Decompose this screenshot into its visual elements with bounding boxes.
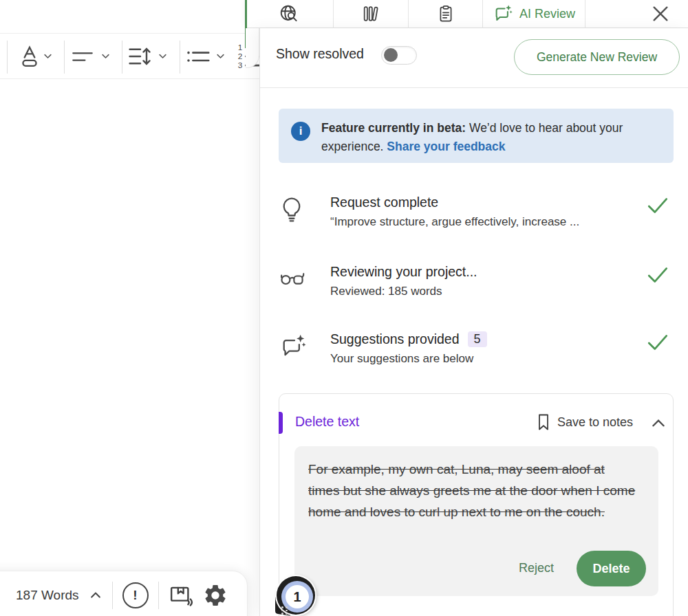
alert-circle-icon[interactable]: ! [122,582,149,608]
statusbar-divider [158,582,159,609]
step-suggestions: Suggestions provided5 Your suggestions a… [279,331,674,380]
lightbulb-icon [280,196,303,223]
checkmark-icon [646,196,669,215]
marker-number: 1 [286,585,309,608]
beta-banner-text: Feature currently in beta: We’d love to … [321,119,665,156]
step-marker-badge[interactable]: 1 [275,575,318,616]
save-to-notes-button[interactable]: Save to notes [537,413,633,431]
suggestion-card: Delete text Save to notes For example, m… [279,393,674,616]
save-to-notes-label: Save to notes [557,415,633,430]
checkmark-icon [646,265,669,285]
tab-divider [585,0,585,28]
ai-review-panel: Show resolved Generate New Review i Feat… [259,28,688,616]
accept-delete-button[interactable]: Delete [577,551,646,586]
suggestion-type-label: Delete text [295,414,359,430]
chevron-down-icon[interactable] [158,51,168,61]
text-style-icon[interactable] [17,43,43,69]
generate-new-review-button[interactable]: Generate New Review [514,39,680,75]
ai-review-chat-sparkle-icon [493,3,513,24]
suggestion-text: For example, my own cat, Luna, may seem … [308,459,637,522]
suggestion-text-box: For example, my own cat, Luna, may seem … [294,446,658,596]
svg-text:2: 2 [238,52,243,61]
app-window: 1 2 3 187 Words ! [0,0,688,616]
reject-button[interactable]: Reject [519,561,554,575]
chat-sparkle-icon [280,333,308,360]
svg-text:3: 3 [238,60,243,70]
tab-ai-review-label: AI Review [519,7,575,21]
line-spacing-icon[interactable] [128,45,153,68]
share-feedback-link[interactable]: Share your feedback [387,140,505,153]
show-resolved-label: Show resolved [276,46,364,62]
chevron-down-icon[interactable] [215,51,226,61]
toggle-knob [384,48,398,62]
word-count[interactable]: 187 Words [16,588,79,603]
toolbar-divider [64,41,65,74]
info-icon: i [291,122,310,141]
beta-banner: i Feature currently in beta: We’d love t… [279,109,674,163]
step-subtitle: “Improve structure, argue effectively, i… [330,215,579,229]
step-subtitle: Your suggestions are below [330,352,473,366]
marker-body: 1 [277,576,315,615]
header-divider [260,87,688,88]
notes-icon [436,3,455,24]
chevron-down-icon[interactable] [43,51,53,61]
bullet-list-icon[interactable] [186,47,211,67]
show-resolved-toggle[interactable] [381,46,417,65]
glasses-icon [280,270,306,287]
panel-tab-strip: AI Review [245,0,688,28]
beta-banner-bold: Feature currently in beta: [321,121,466,135]
toolbar-divider [122,41,122,74]
marker-drag-dots [281,606,288,615]
tab-library[interactable] [334,0,408,28]
step-request-complete: Request complete “Improve structure, arg… [279,195,674,243]
tab-web-search[interactable] [245,0,333,28]
statusbar-divider [112,582,113,609]
panel-corner [246,28,259,68]
step-title: Reviewing your project... [330,264,477,280]
step-title-text: Suggestions provided [330,331,460,347]
toolbar-divider [7,41,8,74]
tab-ai-review[interactable]: AI Review [483,0,585,28]
gear-icon[interactable] [203,583,228,608]
toolbar-divider [180,41,180,74]
suggestion-accent-bar [279,412,283,434]
close-icon[interactable] [649,3,671,25]
read-aloud-icon[interactable] [169,583,193,608]
align-icon[interactable] [72,49,94,65]
step-title: Suggestions provided5 [330,331,487,347]
bookmark-icon [537,413,550,431]
library-icon [361,3,380,24]
suggestion-count-badge: 5 [468,331,487,347]
checkmark-icon [646,333,669,352]
collapse-chevron-up-icon[interactable] [649,415,667,432]
tab-notes[interactable] [409,0,482,28]
web-search-icon [279,3,299,24]
svg-text:1: 1 [238,43,243,52]
chevron-up-icon[interactable] [89,588,103,602]
step-reviewing: Reviewing your project... Reviewed: 185 … [279,264,674,312]
chevron-down-icon[interactable] [100,51,111,61]
editor-status-bar: 187 Words ! [0,571,248,616]
step-subtitle: Reviewed: 185 words [330,285,442,298]
step-title: Request complete [330,195,438,210]
